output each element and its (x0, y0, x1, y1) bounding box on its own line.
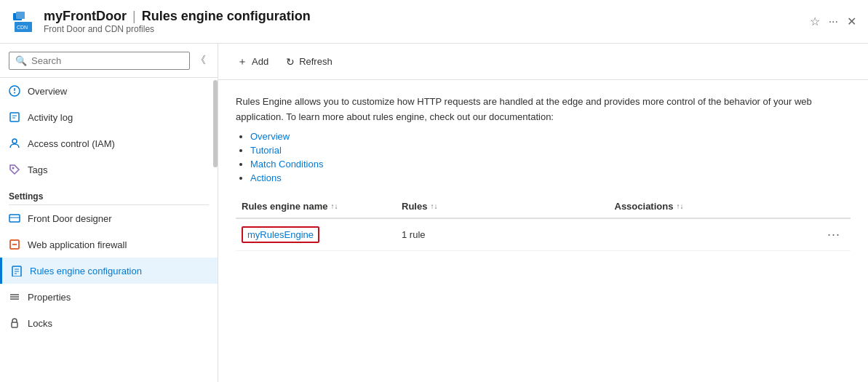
th-associations: Associations ↑↓ (609, 201, 822, 212)
tags-icon (9, 164, 20, 175)
th-name: Rules engine name ↑↓ (236, 201, 396, 212)
td-name: myRulesEngine (236, 226, 396, 243)
th-rules-label: Rules (402, 201, 427, 212)
sidebar-item-label-properties: Properties (28, 292, 71, 303)
rules-table: Rules engine name ↑↓ Rules ↑↓ Associatio… (236, 195, 851, 251)
front-door-designer-icon (9, 212, 20, 224)
refresh-button[interactable]: ↻ Refresh (279, 52, 340, 71)
sidebar-item-label-web-app-firewall: Web application firewall (28, 239, 127, 250)
svg-point-6 (14, 92, 15, 94)
link-match-conditions[interactable]: Match Conditions (250, 159, 323, 170)
sidebar-search-row: 🔍 《 (0, 44, 218, 78)
sidebar-item-label-locks: Locks (28, 318, 52, 329)
list-item-actions: Actions (250, 172, 851, 183)
docs-link-list: Overview Tutorial Match Conditions Actio… (236, 131, 851, 183)
table-header-row: Rules engine name ↑↓ Rules ↑↓ Associatio… (236, 195, 851, 219)
description-body: Rules Engine allows you to customize how… (236, 96, 812, 122)
row-more-options-icon[interactable]: ··· (827, 227, 840, 242)
svg-rect-1 (16, 12, 25, 19)
close-icon[interactable]: ✕ (847, 15, 856, 28)
th-name-label: Rules engine name (242, 201, 327, 212)
title-main: myFrontDoor | Rules engine configuration (44, 9, 810, 24)
sidebar-nav: Overview Activity log Access control (IA… (0, 78, 218, 382)
sidebar-item-label-tags: Tags (28, 164, 47, 175)
locks-icon (9, 317, 20, 329)
add-button[interactable]: ＋ Add (230, 52, 276, 72)
rules-engine-link[interactable]: myRulesEngine (247, 229, 314, 240)
settings-section-header: Settings (0, 183, 218, 204)
sidebar-item-web-app-firewall[interactable]: Web application firewall (0, 231, 218, 258)
description-text: Rules Engine allows you to customize how… (236, 95, 832, 125)
svg-rect-7 (10, 113, 19, 122)
search-box[interactable]: 🔍 (9, 52, 190, 70)
main-content: 🔍 《 Overview Activity log (0, 44, 868, 382)
right-panel: ＋ Add ↻ Refresh Rules Engine allows you … (218, 44, 868, 382)
favorite-icon[interactable]: ☆ (810, 15, 820, 28)
collapse-sidebar-button[interactable]: 《 (193, 51, 209, 70)
overview-icon (9, 85, 20, 97)
sort-rules-icon[interactable]: ↑↓ (430, 202, 437, 210)
list-item-match-conditions: Match Conditions (250, 159, 851, 170)
title-text-group: myFrontDoor | Rules engine configuration… (44, 9, 810, 34)
sidebar-item-access-control[interactable]: Access control (IAM) (0, 130, 218, 156)
rules-engine-icon (11, 265, 23, 276)
title-actions: ☆ ··· ✕ (810, 15, 856, 28)
sidebar-item-label-activity-log: Activity log (28, 112, 73, 123)
sidebar-scrollbar (213, 80, 218, 167)
sidebar-item-label-access-control: Access control (IAM) (28, 138, 115, 149)
sidebar-item-locks[interactable]: Locks (0, 310, 218, 336)
title-bar: CDN myFrontDoor | Rules engine configura… (0, 0, 868, 44)
page-title: Rules engine configuration (142, 9, 311, 24)
app-name: myFrontDoor (44, 9, 127, 24)
sort-name-icon[interactable]: ↑↓ (330, 202, 338, 210)
search-icon: 🔍 (15, 55, 27, 66)
sidebar-item-tags[interactable]: Tags (0, 156, 218, 183)
refresh-label: Refresh (299, 56, 333, 67)
activity-log-icon (9, 111, 20, 123)
td-row-more: ··· (821, 227, 851, 242)
toolbar: ＋ Add ↻ Refresh (218, 44, 868, 80)
svg-rect-12 (9, 215, 20, 222)
svg-point-11 (12, 167, 15, 170)
svg-point-10 (12, 139, 17, 143)
th-rules: Rules ↑↓ (396, 201, 609, 212)
properties-icon (9, 291, 20, 303)
sidebar-item-rules-engine[interactable]: Rules engine configuration (0, 258, 218, 284)
content-area: Rules Engine allows you to customize how… (218, 80, 868, 382)
sidebar-item-label-rules-engine: Rules engine configuration (30, 266, 142, 276)
search-input[interactable] (31, 55, 183, 66)
web-app-firewall-icon (9, 239, 20, 250)
sidebar-item-label-front-door-designer: Front Door designer (28, 213, 112, 224)
rules-engine-name-link[interactable]: myRulesEngine (242, 226, 319, 243)
svg-rect-23 (12, 322, 17, 327)
td-rules: 1 rule (396, 229, 609, 240)
sidebar-item-overview[interactable]: Overview (0, 78, 218, 104)
th-actions-col (821, 201, 851, 212)
add-label: Add (252, 56, 268, 67)
sidebar-item-label-overview: Overview (28, 86, 67, 97)
sort-associations-icon[interactable]: ↑↓ (676, 202, 683, 210)
app-icon: CDN (12, 10, 35, 33)
sidebar-item-activity-log[interactable]: Activity log (0, 104, 218, 130)
link-tutorial[interactable]: Tutorial (250, 145, 282, 156)
svg-text:CDN: CDN (17, 25, 28, 30)
sidebar-item-front-door-designer[interactable]: Front Door designer (0, 205, 218, 231)
app-subtitle: Front Door and CDN profiles (44, 24, 810, 34)
access-control-icon (9, 138, 20, 149)
sidebar-item-properties[interactable]: Properties (0, 284, 218, 310)
link-overview[interactable]: Overview (250, 131, 290, 142)
add-icon: ＋ (237, 55, 247, 68)
refresh-icon: ↻ (286, 56, 295, 68)
sidebar: 🔍 《 Overview Activity log (0, 44, 218, 382)
separator: | (132, 9, 136, 24)
list-item-overview: Overview (250, 131, 851, 142)
more-options-icon[interactable]: ··· (829, 15, 838, 28)
list-item-tutorial: Tutorial (250, 145, 851, 156)
th-associations-label: Associations (615, 201, 674, 212)
table-row: myRulesEngine 1 rule ··· (236, 219, 851, 251)
link-actions[interactable]: Actions (250, 172, 282, 183)
